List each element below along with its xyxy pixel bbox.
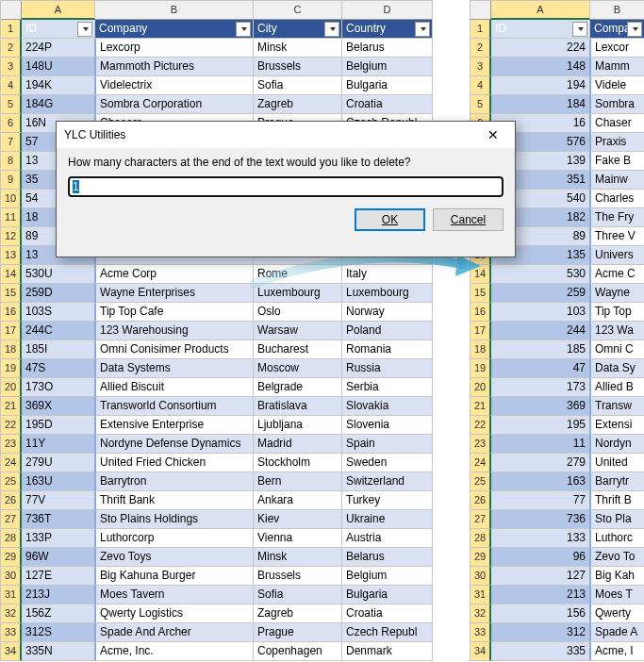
row-header[interactable]: 31 bbox=[1, 586, 22, 604]
cell-company[interactable]: United Fried Chicken bbox=[94, 454, 254, 472]
cell-city[interactable]: Sofia bbox=[254, 76, 342, 95]
cell-id[interactable]: 127E bbox=[22, 567, 95, 586]
cell-company[interactable]: Transworld Consortium bbox=[94, 397, 254, 416]
cell-id[interactable]: 259D bbox=[22, 284, 95, 303]
cell-company[interactable]: Sto Pla bbox=[589, 510, 644, 529]
cell-id[interactable]: 156Z bbox=[22, 604, 95, 623]
row-header[interactable]: 32 bbox=[471, 604, 491, 623]
cell-id[interactable]: 185I bbox=[22, 340, 95, 359]
cell-country[interactable]: Bulgaria bbox=[342, 586, 433, 604]
cell-country[interactable]: Ukraine bbox=[342, 510, 433, 529]
cell-id[interactable]: 77 bbox=[491, 491, 590, 510]
cell-id[interactable]: 133 bbox=[491, 529, 590, 548]
cell-company[interactable]: Nordyn bbox=[589, 435, 644, 454]
cell-company[interactable]: 123 Warehousing bbox=[94, 322, 254, 340]
cell-company[interactable]: Lexcorp bbox=[94, 39, 254, 58]
cell-city[interactable]: Madrid bbox=[254, 435, 342, 454]
cell-company[interactable]: Moes T bbox=[589, 586, 644, 604]
cell-id[interactable]: 184G bbox=[22, 95, 95, 114]
cell-id[interactable]: 163 bbox=[491, 472, 590, 491]
cell-id[interactable]: 736T bbox=[22, 510, 95, 529]
cell-country[interactable]: Belarus bbox=[342, 39, 433, 58]
cell-id[interactable]: 96 bbox=[491, 548, 590, 567]
row-header[interactable]: 7 bbox=[1, 133, 22, 152]
cell-id[interactable]: 312S bbox=[22, 623, 95, 642]
row-header[interactable]: 5 bbox=[471, 95, 491, 114]
cell-country[interactable]: Sweden bbox=[342, 454, 433, 472]
cell-country[interactable]: Slovakia bbox=[342, 397, 433, 416]
col-header-C[interactable]: C bbox=[254, 1, 342, 20]
cell-city[interactable]: Brussels bbox=[254, 567, 342, 586]
row-header[interactable]: 11 bbox=[1, 208, 22, 227]
cell-id[interactable]: 244C bbox=[22, 322, 95, 340]
cell-id[interactable]: 312 bbox=[491, 623, 590, 642]
character-count-input[interactable] bbox=[68, 176, 504, 197]
cell-company[interactable]: Acme Corp bbox=[94, 265, 254, 284]
table-header[interactable]: ID bbox=[491, 20, 590, 39]
col-header-A[interactable]: A bbox=[491, 1, 590, 20]
cell-city[interactable]: Bucharest bbox=[254, 340, 342, 359]
cell-id[interactable]: 213 bbox=[491, 586, 590, 604]
cell-company[interactable]: Big Kah bbox=[589, 567, 644, 586]
cell-company[interactable]: Barrytr bbox=[589, 472, 644, 491]
cell-id[interactable]: 530 bbox=[491, 265, 590, 284]
spreadsheet-left[interactable]: ABCD1IDCompanyCityCountry2224PLexcorpMin… bbox=[0, 0, 433, 661]
row-header[interactable]: 28 bbox=[1, 529, 22, 548]
cell-id[interactable]: 185 bbox=[491, 340, 590, 359]
cell-city[interactable]: Stockholm bbox=[254, 454, 342, 472]
cell-company[interactable]: Zevo To bbox=[589, 548, 644, 567]
row-header[interactable]: 25 bbox=[471, 472, 491, 491]
cell-company[interactable]: Videle bbox=[589, 76, 644, 95]
table-header[interactable]: City bbox=[254, 20, 342, 39]
ok-button[interactable]: OK bbox=[355, 208, 425, 231]
cell-country[interactable]: Spain bbox=[342, 435, 433, 454]
cell-company[interactable]: The Fry bbox=[589, 208, 644, 227]
row-header[interactable]: 1 bbox=[471, 20, 491, 39]
row-header[interactable]: 18 bbox=[1, 340, 22, 359]
cell-company[interactable]: Thrift Bank bbox=[94, 491, 254, 510]
cell-company[interactable]: Big Kahuna Burger bbox=[94, 567, 254, 586]
cell-city[interactable]: Bern bbox=[254, 472, 342, 491]
row-header[interactable]: 15 bbox=[471, 284, 491, 303]
row-header[interactable]: 10 bbox=[1, 190, 22, 208]
cell-id[interactable]: 148 bbox=[491, 58, 590, 76]
cell-id[interactable]: 133P bbox=[22, 529, 95, 548]
cell-id[interactable]: 163U bbox=[22, 472, 95, 491]
cell-city[interactable]: Brussels bbox=[254, 58, 342, 76]
cell-company[interactable]: Allied Biscuit bbox=[94, 378, 254, 397]
row-header[interactable]: 20 bbox=[1, 378, 22, 397]
cell-id[interactable]: 279 bbox=[491, 454, 590, 472]
cell-city[interactable]: Kiev bbox=[254, 510, 342, 529]
row-header[interactable]: 14 bbox=[1, 265, 22, 284]
cell-id[interactable]: 335 bbox=[491, 642, 590, 661]
cell-company[interactable]: Transw bbox=[589, 397, 644, 416]
cell-country[interactable]: Austria bbox=[342, 529, 433, 548]
cell-country[interactable]: Russia bbox=[342, 359, 433, 378]
cell-company[interactable]: Fake B bbox=[589, 152, 644, 171]
cell-id[interactable]: 77V bbox=[22, 491, 95, 510]
row-header[interactable]: 2 bbox=[471, 39, 491, 58]
row-header[interactable]: 27 bbox=[471, 510, 491, 529]
cell-country[interactable]: Czech Republ bbox=[342, 623, 433, 642]
cell-company[interactable]: Barrytron bbox=[94, 472, 254, 491]
cell-company[interactable]: Mainw bbox=[589, 171, 644, 190]
cell-city[interactable]: Oslo bbox=[254, 303, 342, 322]
cell-country[interactable]: Belgium bbox=[342, 567, 433, 586]
cell-company[interactable]: Mammoth Pictures bbox=[94, 58, 254, 76]
cell-city[interactable]: Luxembourg bbox=[254, 284, 342, 303]
row-header[interactable]: 1 bbox=[1, 20, 22, 39]
cell-company[interactable]: Wayne bbox=[589, 284, 644, 303]
cell-company[interactable]: Zevo Toys bbox=[94, 548, 254, 567]
cell-country[interactable]: Norway bbox=[342, 303, 433, 322]
cell-company[interactable]: United bbox=[589, 454, 644, 472]
cell-id[interactable]: 259 bbox=[491, 284, 590, 303]
cell-company[interactable]: Praxis bbox=[589, 133, 644, 152]
cell-id[interactable]: 213J bbox=[22, 586, 95, 604]
cell-company[interactable]: Tip Top bbox=[589, 303, 644, 322]
cell-company[interactable]: Nordyne Defense Dynamics bbox=[94, 435, 254, 454]
row-header[interactable]: 8 bbox=[1, 152, 22, 171]
cell-id[interactable]: 194 bbox=[491, 76, 590, 95]
cell-company[interactable]: Acme, Inc. bbox=[94, 642, 254, 661]
table-header[interactable]: Compa bbox=[590, 20, 644, 39]
cell-id[interactable]: 127 bbox=[491, 567, 590, 586]
